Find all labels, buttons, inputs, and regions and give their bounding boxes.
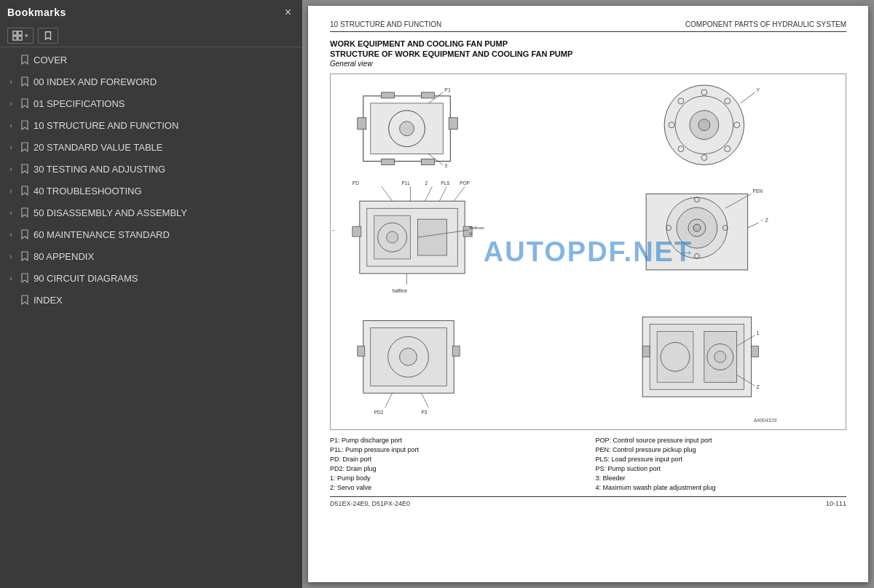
expand-icon [12, 31, 23, 41]
pdf-inner: 10 STRUCTURE AND FUNCTION COMPONENT PART… [308, 6, 868, 582]
svg-point-85 [714, 351, 726, 362]
svg-text:P3: P3 [421, 410, 427, 415]
sidebar-item-cover[interactable]: COVER [0, 49, 302, 71]
svg-rect-73 [358, 346, 365, 356]
pdf-section-title: WORK EQUIPMENT AND COOLING FAN PUMP [330, 39, 846, 48]
legend-left: PD2: Drain plug [330, 465, 581, 472]
sidebar-item-30-test[interactable]: ›30 TESTING AND ADJUSTING [0, 158, 302, 180]
sidebar-item-90-circuit[interactable]: ›90 CIRCUIT DIAGRAMS [0, 267, 302, 289]
svg-rect-38 [353, 226, 361, 237]
svg-point-36 [387, 231, 398, 243]
sidebar-item-40-trouble[interactable]: ›40 TROUBLESHOOTING [0, 180, 302, 202]
expand-all-button[interactable]: ▾ [7, 28, 34, 44]
svg-text:Bellows: Bellows [469, 226, 484, 230]
bookmark-icon [19, 54, 31, 65]
legend-left: 1: Pump body [330, 474, 581, 482]
chevron-icon: › [6, 273, 16, 283]
sidebar-item-label: 40 TROUBLESHOOTING [34, 186, 296, 196]
svg-text:Y→: Y→ [331, 228, 336, 233]
sidebar: Bookmarks × ▾ COVER›00 INDEX AND FOREWOR… [0, 0, 302, 588]
sidebar-item-label: 20 STANDARD VALUE TABLE [34, 142, 296, 153]
svg-rect-87 [752, 346, 759, 357]
svg-text:Z: Z [757, 384, 760, 389]
svg-rect-3 [18, 36, 22, 40]
svg-line-75 [385, 393, 393, 408]
bookmark-icon [19, 119, 31, 131]
svg-rect-74 [452, 346, 460, 356]
svg-rect-13 [421, 159, 434, 165]
bookmark-icon [19, 185, 31, 196]
legend-left: 2: Servo valve [330, 484, 581, 491]
sidebar-item-60-maint[interactable]: ›60 MAINTENANCE STANDARD [0, 223, 302, 245]
sidebar-close-button[interactable]: × [281, 4, 295, 20]
bookmark-icon [19, 207, 31, 218]
sidebar-item-label: 60 MAINTENANCE STANDARD [34, 229, 296, 240]
svg-text:PEN: PEN [753, 188, 763, 194]
svg-text:PD2: PD2 [374, 410, 384, 415]
sidebar-item-label: INDEX [34, 295, 296, 306]
sidebar-item-label: 90 CIRCUIT DIAGRAMS [34, 273, 296, 284]
pdf-diagram-area: AUTOPDF.NET → [330, 74, 846, 430]
svg-text:P1: P1 [444, 87, 451, 92]
pdf-header-left: 10 STRUCTURE AND FUNCTION [330, 20, 441, 28]
svg-rect-2 [13, 36, 17, 40]
sidebar-item-label: 30 TESTING AND ADJUSTING [34, 164, 296, 175]
svg-line-65 [748, 223, 759, 228]
pump-diagram: P1 3 [331, 74, 846, 429]
bookmark-list: COVER›00 INDEX AND FOREWORD›01 SPECIFICA… [0, 47, 302, 588]
legend-right: PEN: Control pressure pickup plug [596, 446, 847, 453]
legend-right: 4: Maximum swash plate adjustment plug [596, 484, 847, 491]
svg-text:halfline: halfline [393, 288, 408, 293]
svg-line-48 [454, 186, 465, 201]
bookmark-icon [43, 31, 53, 41]
bookmark-icon [19, 250, 31, 262]
pdf-subsection-title: STRUCTURE OF WORK EQUIPMENT AND COOLING … [330, 49, 846, 58]
sidebar-item-50-disassembly[interactable]: ›50 DISASSEMBLY AND ASSEMBLY [0, 202, 302, 223]
sidebar-title-area: Bookmarks [7, 7, 66, 18]
bookmark-icon [19, 229, 31, 240]
svg-line-46 [439, 186, 446, 201]
svg-text:A4004329: A4004329 [754, 418, 777, 423]
sidebar-item-label: 01 SPECIFICATIONS [34, 98, 296, 109]
svg-rect-37 [417, 219, 446, 255]
pdf-footer-right: 10-111 [826, 500, 846, 507]
pdf-header-right: COMPONENT PARTS OF HYDRAULIC SYSTEM [685, 20, 846, 28]
legend-right: PS: Pump suction port [596, 465, 847, 472]
bookmark-icon [19, 272, 31, 284]
sidebar-title: Bookmarks [7, 7, 66, 18]
chevron-icon: › [6, 98, 16, 108]
sidebar-item-label: 80 APPENDIX [34, 251, 296, 262]
sidebar-item-10-struct[interactable]: ›10 STRUCTURE AND FUNCTION [0, 114, 302, 136]
sidebar-item-00-index[interactable]: ›00 INDEX AND FOREWORD [0, 71, 302, 92]
bookmark-icon [19, 98, 31, 109]
legend-right: POP: Control source pressure input port [596, 437, 847, 444]
sidebar-item-01-spec[interactable]: ›01 SPECIFICATIONS [0, 92, 302, 114]
svg-line-40 [382, 186, 393, 201]
svg-text:PD: PD [353, 180, 359, 186]
legend-right: PLS: Load pressure input port [596, 456, 847, 463]
svg-text:1: 1 [757, 330, 760, 335]
chevron-icon [6, 55, 16, 65]
pdf-header-bar: 10 STRUCTURE AND FUNCTION COMPONENT PART… [330, 20, 846, 32]
svg-rect-11 [421, 92, 434, 98]
chevron-icon [6, 295, 16, 305]
sidebar-item-20-std[interactable]: ›20 STANDARD VALUE TABLE [0, 136, 302, 158]
svg-rect-86 [642, 346, 650, 357]
svg-rect-12 [382, 159, 395, 165]
chevron-icon: › [6, 251, 16, 261]
sidebar-item-label: COVER [34, 55, 296, 65]
bookmark-view-button[interactable] [38, 28, 58, 44]
chevron-icon: › [6, 229, 16, 239]
sidebar-item-label: 00 INDEX AND FOREWORD [34, 76, 296, 87]
svg-text:Y: Y [757, 87, 760, 92]
sidebar-item-index[interactable]: INDEX [0, 289, 302, 311]
svg-text:P1L: P1L [402, 180, 411, 186]
svg-line-77 [421, 393, 428, 408]
pdf-footer: D51EX-24E0, D51PX-24E0 10-111 [330, 496, 846, 507]
legend-left: P1: Pump discharge port [330, 437, 581, 444]
svg-point-72 [400, 348, 417, 365]
svg-text:3: 3 [444, 163, 447, 168]
sidebar-toolbar: ▾ [0, 25, 302, 47]
sidebar-item-80-appendix[interactable]: ›80 APPENDIX [0, 245, 302, 267]
bookmark-icon [19, 76, 31, 87]
